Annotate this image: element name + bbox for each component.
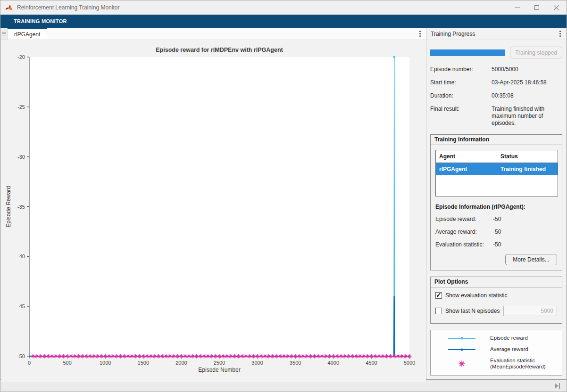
table-header-row: Agent Status (436, 150, 558, 163)
legend-average-reward-label: Average reward (490, 346, 528, 353)
skip-to-end-icon (555, 383, 559, 389)
svg-text:-40: -40 (17, 253, 25, 259)
progress-fill (430, 49, 505, 56)
panel-header: Training Progress (426, 28, 566, 40)
plot-options-title: Plot Options (431, 277, 562, 287)
chart-legend: Episode reward Average reward Evaluation… (430, 330, 562, 376)
evaluation-statistic-value: -50 (493, 241, 501, 248)
duration-row: Duration: 00:35:08 (430, 92, 562, 99)
average-reward-line-icon (434, 349, 490, 350)
final-result-row: Final result: Training finished with max… (430, 106, 562, 127)
panel-options-button[interactable] (554, 33, 566, 34)
ribbon-tab-training-monitor[interactable]: TRAINING MONITOR (14, 18, 67, 24)
svg-text:4000: 4000 (328, 360, 339, 366)
tab-grip-handle[interactable] (1, 28, 8, 40)
skip-to-end-icon-bar (559, 383, 560, 389)
svg-text:2500: 2500 (214, 360, 225, 366)
evaluation-statistic-row: Evaluation statistic: -50 (435, 241, 557, 248)
last-n-episodes-input[interactable] (503, 306, 557, 316)
agent-column-header: Agent (436, 150, 497, 163)
panel-title: Training Progress (431, 31, 554, 37)
training-progress-panel: Training Progress Training stopped Episo… (426, 28, 567, 379)
episode-number-row: Episode number: 5000/5000 (430, 66, 562, 73)
title-bar: Reinforcement Learning Training Monitor (0, 0, 567, 15)
legend-episode-reward: Episode reward (434, 335, 559, 342)
svg-text:-45: -45 (17, 303, 25, 309)
app-window: Reinforcement Learning Training Monitor … (0, 0, 567, 392)
svg-text:4500: 4500 (366, 360, 377, 366)
progress-row: Training stopped (430, 47, 562, 58)
svg-text:3500: 3500 (290, 360, 301, 366)
episode-reward-label: Episode reward: (435, 216, 493, 222)
training-information-title: Training Information (431, 135, 562, 145)
show-evaluation-statistic-label: Show evaluation statistic (445, 292, 507, 299)
kebab-menu-icon (559, 33, 561, 34)
legend-average-reward: Average reward (434, 346, 559, 353)
show-evaluation-statistic-checkbox[interactable] (435, 292, 442, 299)
svg-text:5000: 5000 (404, 360, 415, 366)
minimize-icon (515, 8, 520, 8)
svg-text:-30: -30 (17, 154, 25, 160)
show-last-n-episodes-label: Show last N episodes (445, 308, 500, 314)
episode-information-title: Episode Information (rlPGAgent): (435, 204, 557, 210)
agent-status-table: Agent Status rlPGAgent Training finished (435, 150, 558, 196)
average-reward-value: -50 (493, 229, 501, 235)
window-controls (507, 0, 567, 15)
main-area: rlPGAgent Episode reward for rlMDPEnv wi… (0, 28, 567, 379)
legend-evaluation-statistic-label: Evaluation statistic (MeanEpisodeReward) (490, 358, 546, 371)
tab-strip-filler (47, 28, 414, 40)
svg-text:-20: -20 (17, 54, 25, 60)
svg-text:Episode reward for rlMDPEnv wi: Episode reward for rlMDPEnv with rlPGAge… (156, 47, 283, 53)
training-information-group: Training Information Agent Status rlPGAg… (430, 134, 562, 270)
document-area: rlPGAgent Episode reward for rlMDPEnv wi… (0, 28, 426, 379)
svg-text:-35: -35 (17, 204, 25, 210)
final-result-value: Training finished with maximum number of… (492, 106, 562, 127)
start-time-row: Start time: 03-Apr-2025 18:46:58 (430, 79, 562, 86)
panel-body: Training stopped Episode number: 5000/50… (426, 40, 566, 379)
legend-episode-reward-label: Episode reward (490, 335, 528, 342)
show-evaluation-statistic-option: Show evaluation statistic (435, 292, 557, 299)
svg-text:Episode Number: Episode Number (198, 367, 240, 373)
table-empty-space (436, 175, 558, 196)
svg-text:-50: -50 (17, 353, 25, 359)
close-icon (554, 5, 559, 10)
svg-text:0: 0 (28, 360, 31, 366)
episode-number-label: Episode number: (430, 66, 492, 73)
minimize-button[interactable] (507, 0, 527, 15)
matlab-logo-icon (5, 4, 13, 11)
svg-text:1000: 1000 (100, 360, 111, 366)
episode-reward-line-icon (434, 338, 490, 339)
table-row[interactable]: rlPGAgent Training finished (436, 163, 558, 175)
svg-text:Episode Reward: Episode Reward (5, 186, 12, 227)
duration-value: 00:35:08 (492, 92, 562, 99)
ribbon-bar: TRAINING MONITOR (0, 15, 567, 28)
close-button[interactable] (547, 0, 567, 15)
document-options-button[interactable] (414, 28, 426, 40)
training-stopped-button[interactable]: Training stopped (510, 47, 562, 58)
document-tab-strip: rlPGAgent (1, 28, 426, 40)
tab-rlpgagent[interactable]: rlPGAgent (8, 28, 47, 40)
show-last-n-episodes-checkbox[interactable] (435, 308, 442, 314)
svg-text:-25: -25 (17, 104, 25, 110)
status-column-header: Status (497, 150, 558, 163)
grip-icon (2, 32, 6, 33)
duration-label: Duration: (430, 92, 492, 99)
kebab-menu-icon (419, 33, 421, 34)
window-title: Reinforcement Learning Training Monitor (17, 4, 507, 11)
svg-text:500: 500 (63, 360, 71, 366)
maximize-button[interactable] (527, 0, 547, 15)
show-last-n-episodes-option: Show last N episodes (435, 306, 557, 316)
evaluation-statistic-asterisk-icon (434, 359, 490, 368)
svg-text:1500: 1500 (138, 360, 149, 366)
more-details-button[interactable]: More Details... (505, 254, 557, 265)
start-time-value: 03-Apr-2025 18:46:58 (492, 79, 562, 86)
maximize-icon (534, 5, 539, 10)
plot-options-group: Plot Options Show evaluation statistic S… (430, 277, 562, 324)
status-cell: Training finished (497, 163, 558, 175)
episode-reward-row: Episode reward: -50 (435, 216, 557, 222)
start-time-label: Start time: (430, 79, 492, 86)
training-chart: Episode reward for rlMDPEnv with rlPGAge… (1, 40, 426, 382)
episode-reward-value: -50 (493, 216, 501, 222)
final-result-label: Final result: (430, 106, 492, 127)
skip-to-end-button[interactable] (555, 383, 560, 389)
